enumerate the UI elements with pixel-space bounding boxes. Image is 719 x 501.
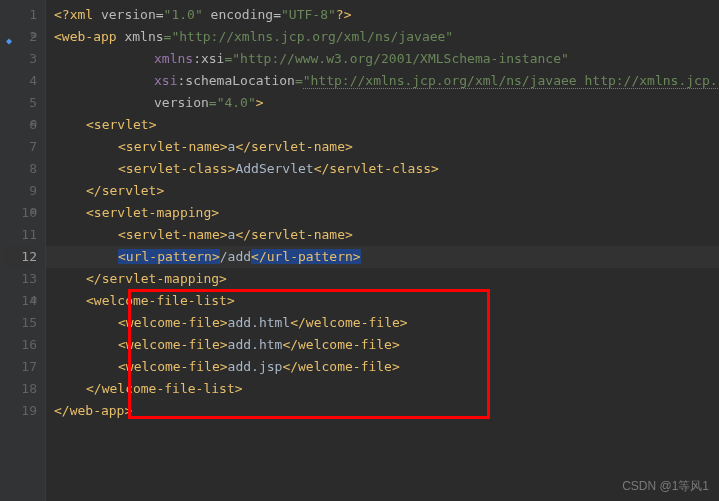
code-line[interactable]: </servlet> — [46, 180, 719, 202]
code-editor[interactable]: 1 ◆2⊟ 3 4 5 6⊟ 7 8 9 10⊟ 11 12 13 14⊟ 15… — [0, 0, 719, 501]
line-number[interactable]: 18 — [4, 378, 37, 400]
line-number[interactable]: 17 — [4, 356, 37, 378]
fold-icon[interactable]: ⊟ — [29, 118, 39, 128]
line-number[interactable]: 10⊟ — [4, 202, 37, 224]
code-line[interactable]: <welcome-file>add.jsp</welcome-file> — [46, 356, 719, 378]
code-line[interactable]: <servlet-name>a</servlet-name> — [46, 136, 719, 158]
code-line[interactable]: <welcome-file>add.htm</welcome-file> — [46, 334, 719, 356]
watermark: CSDN @1等风1 — [622, 478, 709, 495]
line-number[interactable]: 3 — [4, 48, 37, 70]
code-line[interactable]: </welcome-file-list> — [46, 378, 719, 400]
code-area[interactable]: <?xml version="1.0" encoding="UTF-8"?> <… — [46, 0, 719, 501]
line-number[interactable]: 19 — [4, 400, 37, 422]
line-number[interactable]: ◆2⊟ — [4, 26, 37, 48]
code-line[interactable]: <?xml version="1.0" encoding="UTF-8"?> — [46, 4, 719, 26]
code-line[interactable]: </web-app> — [46, 400, 719, 422]
code-line[interactable]: </servlet-mapping> — [46, 268, 719, 290]
code-line[interactable]: <welcome-file-list> — [46, 290, 719, 312]
line-number[interactable]: 13 — [4, 268, 37, 290]
line-number[interactable]: 1 — [4, 4, 37, 26]
code-line[interactable]: <servlet-class>AddServlet</servlet-class… — [46, 158, 719, 180]
code-line[interactable]: xsi:schemaLocation="http://xmlns.jcp.org… — [46, 70, 719, 92]
code-line[interactable]: xmlns:xsi="http://www.w3.org/2001/XMLSch… — [46, 48, 719, 70]
fold-icon[interactable]: ⊟ — [29, 30, 39, 40]
line-number[interactable]: 5 — [4, 92, 37, 114]
line-number[interactable]: 6⊟ — [4, 114, 37, 136]
gutter[interactable]: 1 ◆2⊟ 3 4 5 6⊟ 7 8 9 10⊟ 11 12 13 14⊟ 15… — [0, 0, 46, 501]
code-line[interactable]: <web-app xmlns="http://xmlns.jcp.org/xml… — [46, 26, 719, 48]
line-number[interactable]: 8 — [4, 158, 37, 180]
fold-icon[interactable]: ⊟ — [29, 294, 39, 304]
code-line[interactable]: <servlet-name>a</servlet-name> — [46, 224, 719, 246]
line-number[interactable]: 4 — [4, 70, 37, 92]
line-number[interactable]: 9 — [4, 180, 37, 202]
code-line[interactable]: <servlet> — [46, 114, 719, 136]
line-number[interactable]: 7 — [4, 136, 37, 158]
line-number-current[interactable]: 12 — [4, 246, 37, 268]
line-number[interactable]: 14⊟ — [4, 290, 37, 312]
line-number[interactable]: 11 — [4, 224, 37, 246]
line-number[interactable]: 16 — [4, 334, 37, 356]
code-line[interactable]: <welcome-file>add.html</welcome-file> — [46, 312, 719, 334]
code-line-current[interactable]: <url-pattern>/add</url-pattern> — [46, 246, 719, 268]
code-line[interactable]: version="4.0"> — [46, 92, 719, 114]
code-line[interactable]: <servlet-mapping> — [46, 202, 719, 224]
line-number[interactable]: 15 — [4, 312, 37, 334]
fold-icon[interactable]: ⊟ — [29, 206, 39, 216]
